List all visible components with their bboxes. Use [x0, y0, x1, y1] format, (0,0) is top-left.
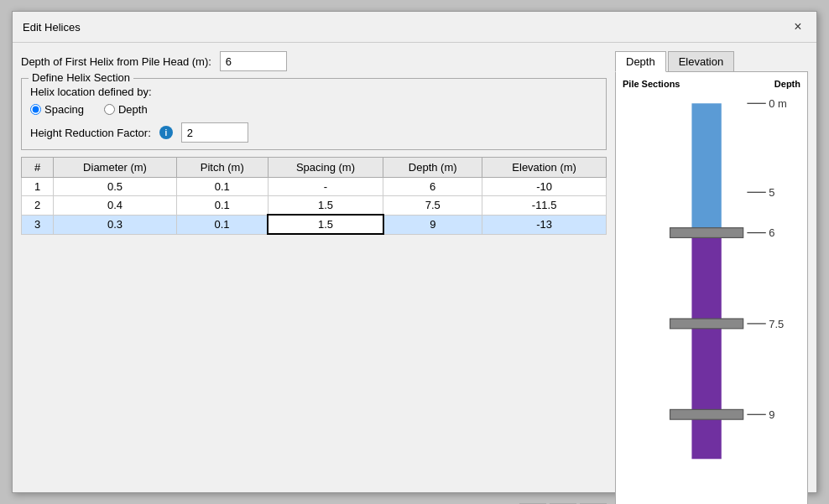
helix-2: [670, 319, 743, 329]
cell-elevation: -11.5: [482, 196, 607, 216]
spacing-radio-label: Spacing: [44, 103, 84, 116]
depth-field-row: Depth of First Helix from Pile Head (m):: [21, 51, 607, 71]
helix-1: [670, 228, 743, 238]
helices-table: # Diameter (m) Pitch (m) Spacing (m) Dep…: [21, 157, 607, 235]
depth-label: Depth of First Helix from Pile Head (m):: [21, 55, 211, 68]
cell-num: 2: [22, 196, 54, 216]
col-diameter: Diameter (m): [54, 158, 177, 178]
depth-radio[interactable]: [104, 104, 115, 115]
title-bar: Edit Helices ×: [13, 12, 816, 43]
group-title: Define Helix Section: [29, 71, 133, 84]
spacing-radio[interactable]: [30, 104, 41, 115]
cell-depth: 6: [383, 178, 482, 196]
cell-elevation: -10: [482, 178, 607, 196]
height-reduction-label: Height Reduction Factor:: [30, 127, 151, 139]
col-spacing: Spacing (m): [268, 158, 383, 178]
pile-section-2: [691, 231, 721, 459]
label-0m: 0 m: [769, 97, 787, 110]
cell-spacing-active[interactable]: 1.5: [268, 215, 383, 234]
cell-pitch: 0.1: [176, 215, 268, 234]
cell-diameter: 0.4: [54, 196, 177, 216]
radio-group: Spacing Depth: [30, 103, 597, 116]
tabs-row: Depth Elevation: [615, 51, 808, 72]
cell-diameter: 0.5: [54, 178, 177, 196]
tab-depth[interactable]: Depth: [615, 51, 666, 72]
cell-spacing: -: [268, 178, 383, 196]
height-reduction-input[interactable]: [181, 122, 248, 143]
pile-chart-svg: 0 m 5 6 7.5 9: [623, 92, 800, 504]
col-num: #: [22, 158, 54, 178]
close-button[interactable]: ×: [790, 18, 806, 35]
dialog-body: Depth of First Helix from Pile Head (m):…: [13, 43, 816, 504]
table-row[interactable]: 3 0.3 0.1 1.5 9 -13: [22, 215, 607, 234]
chart-area: Pile Sections Depth: [615, 72, 808, 504]
edit-helices-dialog: Edit Helices × Depth of First Helix from…: [12, 11, 817, 493]
spacing-radio-option[interactable]: Spacing: [30, 103, 84, 116]
dialog-title: Edit Helices: [23, 21, 81, 34]
right-panel: Depth Elevation Pile Sections Depth: [615, 51, 808, 504]
label-9: 9: [769, 408, 774, 421]
height-reduction-row: Height Reduction Factor: i: [30, 122, 597, 143]
cell-num: 1: [22, 178, 54, 196]
table-action-buttons: [21, 498, 607, 504]
cell-depth: 9: [383, 215, 482, 234]
cell-spacing: 1.5: [268, 196, 383, 216]
tab-elevation[interactable]: Elevation: [668, 51, 734, 71]
label-5: 5: [769, 186, 774, 199]
cell-pitch: 0.1: [176, 196, 268, 216]
depth-radio-label: Depth: [118, 103, 148, 116]
label-6: 6: [769, 226, 774, 239]
chart-header: Pile Sections Depth: [623, 79, 800, 89]
depth-axis-label: Depth: [774, 79, 800, 89]
cell-pitch: 0.1: [176, 178, 268, 196]
label-7-5: 7.5: [769, 318, 784, 330]
table-row[interactable]: 1 0.5 0.1 - 6 -10: [22, 178, 607, 196]
helix-section-group: Define Helix Section Helix location defi…: [21, 78, 607, 150]
table-row[interactable]: 2 0.4 0.1 1.5 7.5 -11.5: [22, 196, 607, 216]
helix-3: [670, 409, 743, 419]
pile-sections-label: Pile Sections: [623, 79, 680, 89]
helix-location-label: Helix location defined by:: [30, 86, 597, 98]
pile-sections-chart: Pile Sections Depth: [623, 79, 800, 504]
depth-radio-option[interactable]: Depth: [104, 103, 148, 116]
col-depth: Depth (m): [383, 158, 482, 178]
pile-section-1: [691, 103, 721, 231]
table-header-row: # Diameter (m) Pitch (m) Spacing (m) Dep…: [22, 158, 607, 178]
cell-num: 3: [22, 215, 54, 234]
helices-table-container: # Diameter (m) Pitch (m) Spacing (m) Dep…: [21, 157, 607, 491]
depth-input[interactable]: [220, 51, 287, 71]
col-pitch: Pitch (m): [176, 158, 268, 178]
chart-body: 0 m 5 6 7.5 9: [623, 92, 800, 504]
cell-elevation: -13: [482, 215, 607, 234]
info-icon[interactable]: i: [159, 126, 173, 139]
left-panel: Depth of First Helix from Pile Head (m):…: [21, 51, 607, 504]
cell-diameter: 0.3: [54, 215, 177, 234]
cell-depth: 7.5: [383, 196, 482, 216]
col-elevation: Elevation (m): [482, 158, 607, 178]
